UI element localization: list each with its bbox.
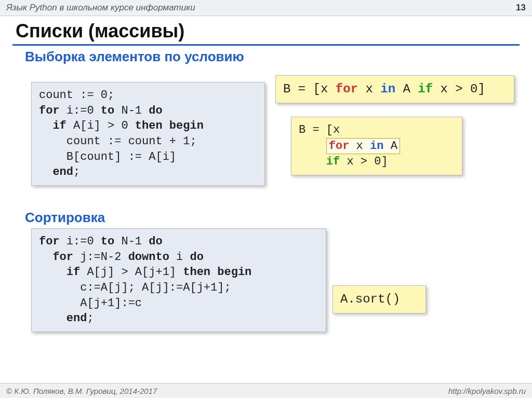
footer-copyright: © К.Ю. Поляков, В.М. Гуровиц, 2014-2017 bbox=[6, 387, 157, 395]
slide-footer: © К.Ю. Поляков, В.М. Гуровиц, 2014-2017 … bbox=[0, 383, 532, 398]
pascal-sort-code: for i:=0 to N-1 do for j:=N-2 downto i d… bbox=[31, 228, 326, 332]
slide-title: Списки (массивы) bbox=[16, 20, 532, 42]
python-sort-code: A.sort() bbox=[332, 285, 426, 313]
slide-header: Язык Python в школьном курсе информатики… bbox=[0, 0, 532, 16]
header-title: Язык Python в школьном курсе информатики bbox=[6, 3, 195, 13]
pascal-filter-code: count := 0; for i:=0 to N-1 do if A[i] >… bbox=[31, 82, 265, 186]
python-filter-oneline: B = [x for x in A if x > 0] bbox=[275, 75, 514, 103]
python-filter-multiline: B = [x for x in A if x > 0] bbox=[291, 117, 462, 175]
title-rule bbox=[12, 44, 520, 46]
page-number: 13 bbox=[516, 3, 526, 13]
section1-heading: Выборка элементов по условию bbox=[25, 49, 532, 65]
section2-heading: Сортировка bbox=[25, 210, 105, 226]
footer-url: http://kpolyakov.spb.ru bbox=[448, 387, 526, 395]
